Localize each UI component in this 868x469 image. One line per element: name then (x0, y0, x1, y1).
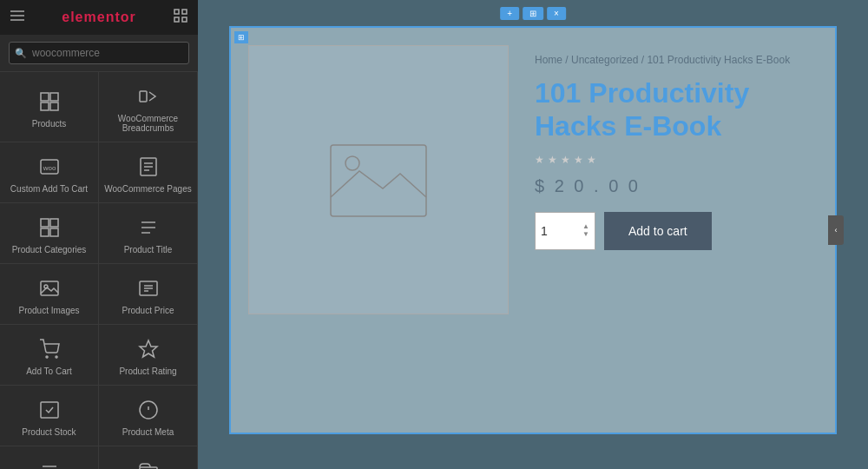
widget-item-products[interactable]: Products (0, 72, 99, 142)
svg-text:woo: woo (42, 164, 56, 172)
product-info-column: Home / Uncategorized / 101 Productivity … (535, 45, 818, 415)
svg-rect-5 (174, 17, 179, 22)
image-placeholder-icon (326, 132, 431, 228)
sidebar: elementor 🔍 ProductsWooCommerce Breadcru… (0, 0, 198, 469)
stock-icon (37, 398, 62, 422)
widget-label-custom-add-to-cart: Custom Add To Cart (10, 184, 88, 194)
quantity-down-arrow[interactable]: ▼ (582, 231, 589, 238)
sidebar-collapse-button[interactable]: ‹ (828, 215, 844, 245)
add-to-cart-row: 1 ▲ ▼ Add to cart (535, 212, 818, 250)
product-image-placeholder (248, 45, 509, 314)
svg-rect-18 (41, 219, 49, 227)
meta-icon (136, 398, 161, 422)
widget-label-woocommerce-pages: WooCommerce Pages (104, 184, 191, 194)
svg-marker-33 (140, 340, 157, 357)
star-3: ★ (561, 154, 570, 166)
breadcrumb-icon (136, 84, 161, 109)
main-canvas-area: + ⊞ × ⊞ ‹ Home / Uncategor (198, 0, 868, 469)
svg-rect-21 (50, 228, 58, 236)
product-image-column (248, 45, 509, 415)
categories-icon (37, 215, 62, 240)
widget-item-product-data-tabs[interactable]: Product Data Tabs (99, 446, 198, 469)
quantity-up-arrow[interactable]: ▲ (582, 223, 589, 230)
widget-label-product-stock: Product Stock (22, 427, 76, 437)
widget-label-woocommerce-breadcrumbs: WooCommerce Breadcrumbs (104, 114, 192, 133)
svg-rect-10 (50, 102, 58, 110)
product-price: $ 2 0 . 0 0 (535, 176, 818, 196)
title-icon (136, 215, 161, 240)
product-layout: Home / Uncategorized / 101 Productivity … (231, 28, 835, 433)
widget-label-product-meta: Product Meta (122, 427, 174, 437)
close-section-button[interactable]: × (547, 7, 566, 20)
apps-icon[interactable] (174, 9, 187, 26)
cart-icon (37, 337, 62, 361)
svg-rect-19 (50, 219, 58, 227)
svg-rect-11 (140, 91, 147, 102)
grid-button[interactable]: ⊞ (523, 7, 543, 20)
widget-item-product-categories[interactable]: Product Categories (0, 203, 99, 264)
widget-label-products: Products (32, 119, 66, 129)
svg-point-44 (345, 156, 359, 170)
widget-item-woocommerce-breadcrumbs[interactable]: WooCommerce Breadcrumbs (99, 72, 198, 142)
images-icon (37, 276, 62, 301)
svg-rect-34 (41, 402, 58, 418)
description-icon (37, 459, 62, 469)
data-tabs-icon (136, 459, 161, 469)
quantity-arrows[interactable]: ▲ ▼ (582, 223, 589, 238)
widget-label-product-categories: Product Categories (12, 245, 87, 254)
rating-icon (136, 337, 161, 361)
widget-label-product-title: Product Title (124, 245, 173, 254)
app-logo: elementor (62, 10, 135, 25)
quantity-value: 1 (541, 224, 548, 238)
section-handle-button[interactable]: ⊞ (234, 31, 248, 43)
svg-rect-43 (331, 145, 426, 216)
widget-item-product-rating[interactable]: Product Rating (99, 325, 198, 386)
widget-item-woocommerce-pages[interactable]: WooCommerce Pages (99, 142, 198, 203)
woo-badge-icon: woo (37, 155, 62, 179)
svg-point-31 (46, 356, 48, 358)
widget-item-product-stock[interactable]: Product Stock (0, 386, 99, 446)
widget-label-add-to-cart: Add To Cart (26, 367, 72, 376)
search-area: 🔍 (0, 35, 198, 72)
widget-item-custom-add-to-cart[interactable]: wooCustom Add To Cart (0, 142, 99, 203)
widget-item-product-images[interactable]: Product Images (0, 264, 99, 325)
svg-rect-7 (41, 93, 49, 101)
breadcrumb: Home / Uncategorized / 101 Productivity … (535, 54, 818, 66)
widget-item-add-to-cart[interactable]: Add To Cart (0, 325, 99, 386)
page-woo-icon (136, 155, 161, 179)
svg-point-32 (56, 356, 57, 358)
widget-label-product-images: Product Images (18, 306, 79, 315)
menu-icon[interactable] (10, 10, 24, 25)
svg-rect-9 (41, 102, 49, 110)
canvas-controls: + ⊞ × (500, 7, 566, 20)
svg-rect-25 (41, 281, 58, 295)
star-4: ★ (574, 154, 583, 166)
svg-rect-6 (182, 17, 187, 22)
grid-icon (37, 89, 62, 114)
widget-item-product-title[interactable]: Product Title (99, 203, 198, 264)
widget-item-product-meta[interactable]: Product Meta (99, 386, 198, 446)
product-title: 101 Productivity Hacks E-Book (535, 76, 818, 143)
search-icon: 🔍 (15, 48, 27, 59)
widgets-grid: ProductsWooCommerce BreadcrumbswooCustom… (0, 72, 198, 469)
widget-item-short-description[interactable]: Short Description (0, 446, 99, 469)
add-section-button[interactable]: + (500, 7, 519, 20)
svg-rect-20 (41, 228, 49, 236)
quantity-input-wrapper: 1 ▲ ▼ (535, 212, 595, 250)
widget-label-product-price: Product Price (122, 306, 174, 315)
widget-label-product-rating: Product Rating (119, 367, 176, 376)
canvas-wrapper: + ⊞ × ⊞ ‹ Home / Uncategor (229, 26, 837, 434)
svg-rect-3 (174, 10, 179, 14)
price-icon (136, 276, 161, 301)
canvas-frame: ⊞ ‹ Home / Uncategorized / 101 Productiv… (229, 26, 837, 434)
star-2: ★ (548, 154, 557, 166)
svg-rect-8 (50, 93, 58, 101)
widget-item-product-price[interactable]: Product Price (99, 264, 198, 325)
svg-rect-4 (182, 10, 187, 14)
star-5: ★ (587, 154, 596, 166)
add-to-cart-button[interactable]: Add to cart (604, 212, 712, 250)
sidebar-header: elementor (0, 0, 198, 35)
product-rating: ★ ★ ★ ★ ★ (535, 154, 818, 166)
search-input[interactable] (9, 42, 189, 64)
star-1: ★ (535, 154, 544, 166)
